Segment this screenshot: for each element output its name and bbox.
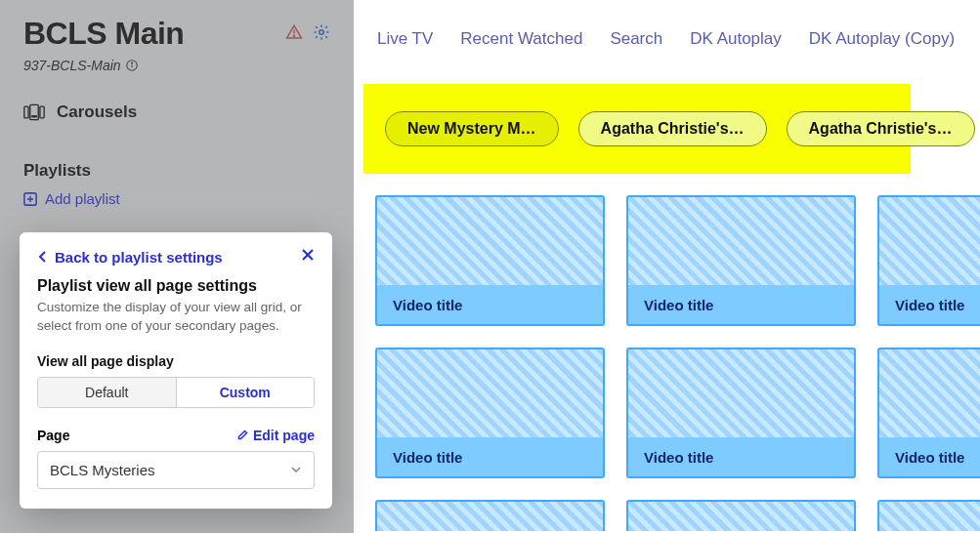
video-card[interactable] <box>626 500 856 531</box>
category-pill-bar: New Mystery M… Agatha Christie's… Agatha… <box>363 84 911 174</box>
page-select-value: BCLS Mysteries <box>50 462 155 478</box>
svg-point-1 <box>293 35 294 36</box>
chevron-down-icon <box>290 464 302 475</box>
back-label: Back to playlist settings <box>55 249 223 266</box>
category-pill[interactable]: Agatha Christie's… <box>787 111 975 146</box>
video-card[interactable]: Video title <box>626 195 856 326</box>
tab-dk-autoplay-copy[interactable]: DK Autoplay (Copy) <box>809 29 955 49</box>
video-card[interactable] <box>877 500 980 531</box>
category-pill[interactable]: Agatha Christie's… <box>578 111 767 146</box>
video-card[interactable]: Video title <box>877 195 980 326</box>
svg-point-5 <box>131 62 132 63</box>
plus-icon <box>23 192 37 206</box>
video-card[interactable] <box>375 500 605 531</box>
page-label: Page <box>37 428 69 443</box>
display-toggle: Default Custom <box>37 377 315 408</box>
edit-page-label: Edit page <box>253 428 315 443</box>
page-subtitle: 937-BCLS-Main <box>23 58 330 73</box>
back-button[interactable]: Back to playlist settings <box>37 249 223 266</box>
carousels-nav[interactable]: Carousels <box>23 102 330 122</box>
edit-page-button[interactable]: Edit page <box>236 428 315 443</box>
popover-title: Playlist view all page settings <box>37 277 315 295</box>
toggle-custom[interactable]: Custom <box>177 378 315 407</box>
video-title: Video title <box>879 297 964 313</box>
close-icon <box>301 248 315 262</box>
tab-dk-autoplay[interactable]: DK Autoplay <box>690 29 782 49</box>
video-title: Video title <box>879 449 964 466</box>
add-playlist-button[interactable]: Add playlist <box>23 190 330 207</box>
popover-description: Customize the display of your view all g… <box>37 299 315 336</box>
gear-icon[interactable] <box>313 23 330 45</box>
pencil-icon <box>236 429 249 441</box>
preview-tabs: Live TV Recent Watched Search DK Autopla… <box>354 0 980 49</box>
video-card[interactable]: Video title <box>375 348 605 478</box>
svg-rect-6 <box>24 106 28 118</box>
category-pill[interactable]: New Mystery M… <box>385 111 559 146</box>
video-title: Video title <box>377 449 462 466</box>
carousels-icon <box>23 103 45 121</box>
add-playlist-label: Add playlist <box>45 190 120 207</box>
video-title: Video title <box>628 449 713 466</box>
display-label: View all page display <box>37 353 315 369</box>
toggle-default[interactable]: Default <box>38 378 177 407</box>
page-select[interactable]: BCLS Mysteries <box>37 451 315 489</box>
svg-point-2 <box>320 29 324 34</box>
close-button[interactable] <box>301 248 315 266</box>
tab-search[interactable]: Search <box>610 29 662 49</box>
info-icon[interactable] <box>125 59 139 72</box>
svg-point-11 <box>35 116 36 117</box>
video-card[interactable]: Video title <box>877 348 980 478</box>
video-card[interactable]: Video title <box>626 348 856 478</box>
preview-pane: Live TV Recent Watched Search DK Autopla… <box>354 0 980 533</box>
carousels-label: Carousels <box>57 102 137 122</box>
playlist-settings-popover: Back to playlist settings Playlist view … <box>20 232 332 509</box>
video-title: Video title <box>377 297 462 313</box>
tab-recent-watched[interactable]: Recent Watched <box>460 29 582 49</box>
warning-icon[interactable] <box>285 23 303 45</box>
playlists-heading: Playlists <box>23 161 330 181</box>
svg-rect-8 <box>40 106 44 118</box>
chevron-left-icon <box>37 251 49 263</box>
tab-live-tv[interactable]: Live TV <box>377 29 433 49</box>
page-title: BCLS Main <box>23 16 184 52</box>
video-title: Video title <box>628 297 713 313</box>
video-card[interactable]: Video title <box>375 195 605 326</box>
